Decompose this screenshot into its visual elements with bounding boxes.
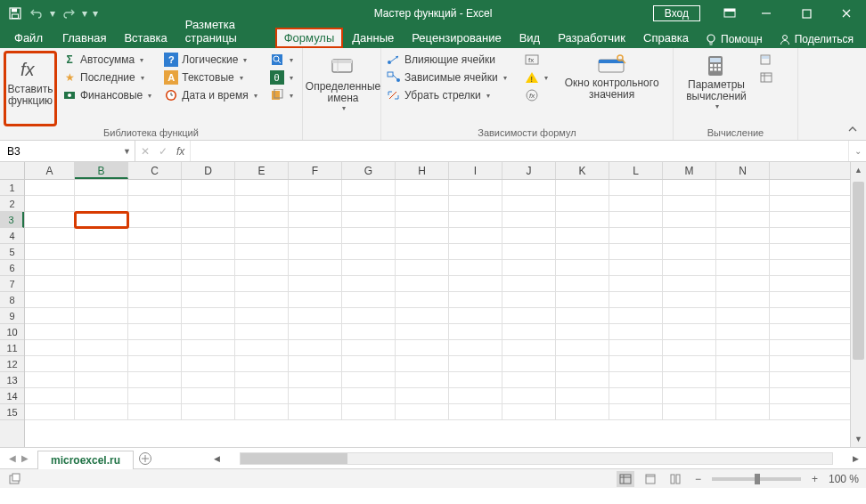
cell[interactable]: [502, 212, 556, 228]
cell[interactable]: [502, 356, 556, 372]
cell[interactable]: [502, 196, 556, 212]
column-header[interactable]: I: [449, 162, 502, 179]
cell[interactable]: [449, 196, 502, 212]
cell[interactable]: [396, 292, 449, 308]
cell[interactable]: [556, 324, 609, 340]
row-header[interactable]: 15: [0, 404, 24, 420]
cell[interactable]: [556, 196, 609, 212]
cell[interactable]: [716, 244, 770, 260]
cell[interactable]: [235, 356, 289, 372]
cell[interactable]: [449, 212, 502, 228]
cell[interactable]: [75, 324, 128, 340]
column-header[interactable]: G: [342, 162, 396, 179]
cell[interactable]: [609, 244, 663, 260]
cell[interactable]: [25, 180, 75, 196]
cell[interactable]: [342, 180, 396, 196]
zoom-slider-knob[interactable]: [755, 474, 760, 484]
cell[interactable]: [235, 372, 289, 388]
cell[interactable]: [342, 244, 396, 260]
select-all-corner[interactable]: [0, 162, 25, 180]
cell[interactable]: [289, 276, 342, 292]
cell[interactable]: [449, 292, 502, 308]
cell[interactable]: [289, 228, 342, 244]
date-time-button[interactable]: Дата и время▾: [162, 86, 262, 104]
cell[interactable]: [128, 244, 182, 260]
cell[interactable]: [609, 180, 663, 196]
cell[interactable]: [396, 372, 449, 388]
cell[interactable]: [609, 292, 663, 308]
cell[interactable]: [128, 228, 182, 244]
cell[interactable]: [182, 356, 235, 372]
row-header[interactable]: 12: [0, 356, 24, 372]
cell[interactable]: [556, 260, 609, 276]
cell[interactable]: [342, 212, 396, 228]
cell[interactable]: [75, 404, 128, 420]
cell[interactable]: [502, 244, 556, 260]
normal-view-button[interactable]: [617, 471, 634, 487]
cell[interactable]: [128, 372, 182, 388]
tab-developer[interactable]: Разработчик: [549, 28, 634, 48]
cell[interactable]: [182, 372, 235, 388]
cell[interactable]: [75, 340, 128, 356]
cell[interactable]: [716, 260, 770, 276]
cell[interactable]: [182, 388, 235, 404]
cell[interactable]: [449, 324, 502, 340]
text-button[interactable]: AТекстовые▾: [162, 69, 262, 86]
cell[interactable]: [716, 276, 770, 292]
cell[interactable]: [556, 292, 609, 308]
cell[interactable]: [235, 276, 289, 292]
cell[interactable]: [182, 404, 235, 420]
cell[interactable]: [663, 276, 716, 292]
column-header[interactable]: J: [502, 162, 556, 179]
cell[interactable]: [396, 180, 449, 196]
cell[interactable]: [663, 340, 716, 356]
cell[interactable]: [663, 372, 716, 388]
cell[interactable]: [609, 308, 663, 324]
cell[interactable]: [235, 244, 289, 260]
cell[interactable]: [75, 388, 128, 404]
cell[interactable]: [75, 180, 128, 196]
cell[interactable]: [396, 244, 449, 260]
cell[interactable]: [502, 292, 556, 308]
cell[interactable]: [556, 308, 609, 324]
tab-insert[interactable]: Вставка: [115, 28, 176, 48]
column-header[interactable]: A: [25, 162, 75, 179]
qat-customize-icon[interactable]: ▾: [91, 4, 100, 23]
cell[interactable]: [502, 324, 556, 340]
cell[interactable]: [182, 228, 235, 244]
cell[interactable]: [289, 388, 342, 404]
cell[interactable]: [663, 308, 716, 324]
error-checking-button[interactable]: !▾: [523, 69, 553, 86]
cell[interactable]: [342, 308, 396, 324]
cell[interactable]: [663, 196, 716, 212]
cells-area[interactable]: [25, 180, 850, 447]
cell[interactable]: [342, 324, 396, 340]
cell[interactable]: [128, 388, 182, 404]
cell[interactable]: [556, 340, 609, 356]
cell[interactable]: [449, 404, 502, 420]
cell[interactable]: [25, 276, 75, 292]
cell[interactable]: [75, 244, 128, 260]
cell[interactable]: [663, 260, 716, 276]
cell[interactable]: [502, 404, 556, 420]
cell[interactable]: [609, 324, 663, 340]
recently-used-button[interactable]: ★Последние▾: [61, 69, 157, 86]
cell[interactable]: [449, 372, 502, 388]
cell[interactable]: [396, 276, 449, 292]
tab-help[interactable]: Справка: [634, 28, 698, 48]
column-header[interactable]: K: [556, 162, 609, 179]
calculate-now-button[interactable]: [757, 51, 779, 69]
cell[interactable]: [289, 340, 342, 356]
cell[interactable]: [449, 260, 502, 276]
save-button[interactable]: [5, 4, 25, 23]
row-header[interactable]: 9: [0, 308, 24, 324]
cancel-formula-button[interactable]: ✕: [141, 145, 150, 158]
cell[interactable]: [182, 276, 235, 292]
cell[interactable]: [25, 388, 75, 404]
cell[interactable]: [25, 340, 75, 356]
cell[interactable]: [663, 324, 716, 340]
cell[interactable]: [289, 308, 342, 324]
sheet-nav-prev[interactable]: ◀: [9, 453, 16, 463]
cell[interactable]: [396, 324, 449, 340]
share-button[interactable]: Поделиться: [772, 30, 861, 48]
